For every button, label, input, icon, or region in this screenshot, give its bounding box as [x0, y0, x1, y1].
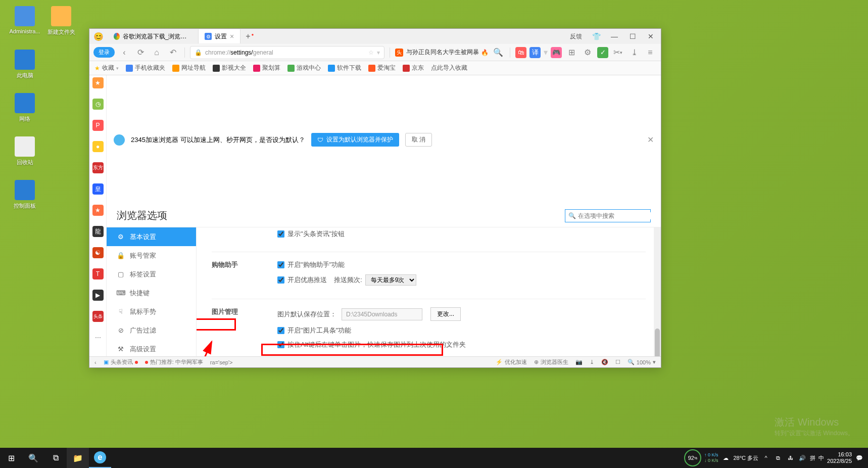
quick-more[interactable]: ⋯ — [92, 332, 104, 343]
push-frequency-select[interactable]: 每天最多9次 — [365, 274, 416, 286]
favorites-menu[interactable]: ★ 收藏 ▾ — [94, 64, 119, 72]
start-button[interactable]: ⊞ — [0, 448, 22, 468]
nav-gestures[interactable]: ☟鼠标手势 — [107, 302, 196, 321]
tray-volume[interactable]: 🔊 — [798, 453, 807, 462]
desktop-icon-admin[interactable]: Administra... — [7, 6, 42, 34]
quick-icon-9[interactable]: ☯ — [92, 247, 104, 258]
quick-icon-11[interactable]: ▶ — [92, 290, 104, 301]
search-input[interactable] — [578, 212, 654, 219]
settings-search[interactable]: 🔍 — [565, 209, 651, 222]
quick-icon-8[interactable]: 龍 — [92, 226, 104, 237]
grid-icon[interactable]: ⊞ — [565, 46, 578, 59]
status-optimize[interactable]: ⚡优化加速 — [496, 358, 527, 366]
tray-tablet[interactable]: ⧉ — [774, 453, 783, 462]
promo-push-checkbox[interactable]: 开启优惠推送 推送频次: 每天最多9次 — [277, 274, 646, 286]
quick-icon-5[interactable]: 东方 — [92, 162, 104, 173]
nav-adblock[interactable]: ⊘广告过滤 — [107, 321, 196, 340]
quick-icon-10[interactable]: T — [92, 268, 104, 279]
status-hot[interactable]: 热门推荐: 中华网军事 — [145, 358, 203, 366]
browser-task-button[interactable]: e — [89, 448, 111, 468]
quick-icon-6[interactable]: 皇 — [92, 183, 104, 195]
ime-indicator-1[interactable]: 拼 — [810, 454, 815, 462]
url-input[interactable]: 🔒 chrome://settings/general ☆ ▾ — [190, 46, 384, 59]
task-view-button[interactable]: ⧉ — [44, 448, 67, 468]
scissors-icon[interactable]: ✂▾ — [611, 46, 624, 59]
set-default-button[interactable]: 🛡 设置为默认浏览器并保护 — [311, 133, 399, 147]
desktop-icon-control[interactable]: 控制面板 — [7, 180, 42, 210]
back-button[interactable]: ‹ — [118, 46, 131, 59]
bookmark-video[interactable]: 影视大全 — [213, 64, 246, 72]
ime-indicator-2[interactable]: 中 — [818, 454, 824, 462]
gear-icon[interactable]: ⚙ — [581, 46, 594, 59]
close-button[interactable]: ✕ — [643, 29, 659, 43]
status-news[interactable]: ▣头条资讯 — [104, 358, 138, 366]
image-path-input[interactable] — [342, 308, 422, 320]
translate-icon[interactable]: 译 — [529, 47, 541, 58]
reload-button[interactable]: ⟳ — [134, 46, 147, 59]
status-zoom[interactable]: 🔍 100% ▾ — [628, 359, 656, 365]
bookmark-mobile[interactable]: 手机收藏夹 — [126, 64, 165, 72]
star-icon[interactable]: ☆ — [368, 49, 374, 56]
nav-account[interactable]: 🔒账号管家 — [107, 246, 196, 265]
desktop-icon-pc[interactable]: 此电脑 — [7, 50, 42, 79]
menu-icon[interactable]: ≡ — [644, 46, 657, 59]
weather-icon[interactable]: ☁ — [721, 453, 730, 462]
status-download[interactable]: ⤓ — [590, 359, 594, 365]
tray-expand[interactable]: ^ — [761, 453, 770, 462]
status-capture[interactable]: 📷 — [575, 359, 583, 365]
bookmark-taobao[interactable]: 爱淘宝 — [368, 64, 396, 72]
download-icon[interactable]: ⤓ — [628, 46, 641, 59]
tab-chrome-download[interactable]: 谷歌浏览器下载_浏览器官网入 — [108, 29, 199, 43]
status-mute[interactable]: 🔇 — [601, 359, 608, 365]
alt-save-checkbox[interactable]: 按住Alt键后左键单击图片，快速保存图片到上次使用的文件夹 — [277, 340, 646, 349]
search-button[interactable]: 🔍 — [22, 448, 44, 468]
nav-tabs[interactable]: ▢标签设置 — [107, 265, 196, 284]
infobar-close-button[interactable]: ✕ — [647, 135, 654, 145]
bookmark-jd[interactable]: 京东 — [403, 64, 424, 72]
undo-button[interactable]: ↶ — [166, 46, 179, 59]
quick-icon-7[interactable]: ★ — [92, 205, 104, 216]
nav-advanced[interactable]: ⚒高级设置 — [107, 340, 196, 356]
quick-icon-2[interactable]: ◷ — [92, 99, 104, 110]
desktop-icon-recycle[interactable]: 回收站 — [7, 136, 42, 166]
status-expand[interactable]: ‹ — [94, 359, 97, 365]
quick-icon-3[interactable]: P — [92, 120, 104, 131]
explorer-button[interactable]: 📁 — [67, 448, 89, 468]
status-doctor[interactable]: ⊕浏览器医生 — [534, 358, 568, 366]
tab-settings[interactable]: ⚙ 设置 × — [199, 29, 240, 43]
skin-button[interactable]: 👕 — [588, 29, 604, 43]
quick-icon-1[interactable]: ★ — [92, 77, 104, 88]
shopping-helper-checkbox[interactable]: 开启"购物助手"功能 — [277, 260, 646, 269]
nav-basic[interactable]: ⚙基本设置 — [107, 227, 196, 246]
clock[interactable]: 16:03 2022/8/25 — [827, 451, 852, 464]
bookmark-game[interactable]: 游戏中心 — [287, 64, 321, 72]
promo-news-link[interactable]: 与孙正良同名大学生被网暴 🔥 — [406, 48, 489, 57]
shield-icon[interactable]: ✓ — [597, 47, 608, 58]
nav-shortcuts[interactable]: ⌨快捷键 — [107, 284, 196, 302]
minimize-button[interactable]: — — [606, 29, 622, 43]
new-tab-button[interactable]: +● — [240, 32, 258, 41]
bookmark-import[interactable]: 点此导入收藏 — [431, 64, 467, 72]
notifications-button[interactable]: 💬 — [855, 453, 864, 462]
quick-icon-12[interactable]: 头条 — [92, 311, 104, 322]
performance-gauge[interactable]: 92% — [684, 449, 701, 466]
weather-text[interactable]: 28°C 多云 — [733, 454, 758, 462]
bookmark-ju[interactable]: 聚划算 — [253, 64, 280, 72]
maximize-button[interactable]: ☐ — [624, 29, 641, 43]
quick-icon-4[interactable]: ● — [92, 141, 104, 152]
tab-close-button[interactable]: × — [230, 32, 234, 40]
bookmark-software[interactable]: 软件下载 — [328, 64, 361, 72]
game-icon[interactable]: 🎮 — [551, 47, 562, 58]
headline-checkbox[interactable]: 显示"头条资讯"按钮 — [277, 229, 646, 239]
chevron-down-icon[interactable]: ▾ — [377, 49, 380, 56]
home-button[interactable]: ⌂ — [150, 46, 163, 59]
feedback-link[interactable]: 反馈 — [570, 32, 582, 41]
cancel-button[interactable]: 取 消 — [405, 133, 432, 147]
network-speed[interactable]: ↑ 0 K/s ↓ 0 K/s — [704, 452, 718, 463]
shop-icon[interactable]: 🛍 — [515, 47, 526, 58]
bookmark-nav[interactable]: 网址导航 — [172, 64, 206, 72]
image-toolbar-checkbox[interactable]: 开启"图片工具条"功能 — [277, 326, 646, 335]
desktop-icon-folder[interactable]: 新建文件夹 — [43, 6, 79, 36]
login-button[interactable]: 登录 — [93, 47, 115, 58]
desktop-icon-network[interactable]: 网络 — [7, 93, 42, 123]
